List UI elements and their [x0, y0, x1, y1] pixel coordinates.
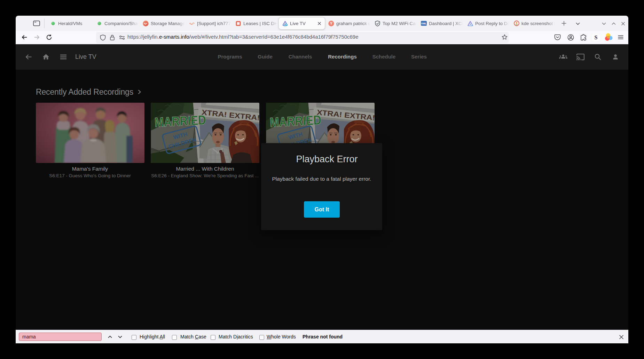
svg-text:S: S: [595, 34, 598, 40]
svg-text:Y: Y: [330, 21, 332, 25]
svg-text:XML: XML: [421, 22, 427, 25]
